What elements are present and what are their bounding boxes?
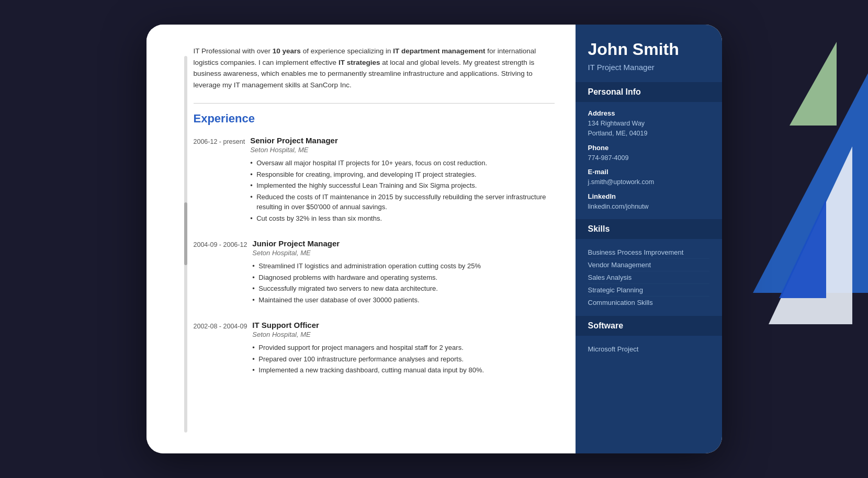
candidate-name: John Smith — [588, 40, 709, 59]
exp-title: Senior Project Manager — [250, 136, 554, 145]
summary-text: IT Professional with over 10 years of ex… — [194, 45, 555, 90]
email-label: E-mail — [588, 168, 709, 176]
skill-item: Business Process Improvement — [588, 246, 709, 259]
skills-header: Skills — [576, 219, 722, 239]
exp-company: Seton Hospital, ME — [252, 249, 554, 257]
bullet-item: Cut costs by 32% in less than six months… — [250, 213, 554, 224]
exp-dates: 2002-08 - 2004-09 — [194, 321, 247, 377]
exp-bullets: Oversaw all major hospital IT projects f… — [250, 158, 554, 223]
triangle-white — [769, 146, 852, 324]
experience-item: 2006-12 - presentSenior Project ManagerS… — [194, 136, 555, 224]
experience-list: 2006-12 - presentSenior Project ManagerS… — [194, 136, 555, 377]
exp-title: IT Support Officer — [252, 321, 554, 329]
personal-info-header: Personal Info — [576, 82, 722, 102]
bullet-item: Provided support for project managers an… — [252, 343, 554, 353]
bullet-item: Maintained the user database of over 300… — [252, 295, 554, 305]
bullet-item: Responsible for creating, improving, and… — [250, 169, 554, 180]
resume-device: IT Professional with over 10 years of ex… — [146, 25, 722, 453]
exp-dates: 2006-12 - present — [194, 136, 245, 224]
bullet-item: Oversaw all major hospital IT projects f… — [250, 158, 554, 168]
exp-content: Senior Project ManagerSeton Hospital, ME… — [245, 136, 554, 224]
phone-label: Phone — [588, 144, 709, 152]
skill-item: Communication Skills — [588, 297, 709, 309]
experience-item: 2004-09 - 2006-12Junior Project ManagerS… — [194, 239, 555, 306]
experience-item: 2002-08 - 2004-09IT Support OfficerSeton… — [194, 321, 555, 377]
scrollbar-thumb — [184, 202, 187, 265]
exp-content: IT Support OfficerSeton Hospital, MEProv… — [247, 321, 554, 377]
email-value: j.smith@uptowork.com — [588, 177, 709, 187]
resume-right-panel: John Smith IT Project Manager Personal I… — [576, 25, 722, 453]
bullet-item: Prepared over 100 infrastructure perform… — [252, 354, 554, 365]
exp-company: Seton Hospital, ME — [252, 331, 554, 338]
bullet-item: Successfully migrated two servers to new… — [252, 283, 554, 294]
address-line2: Portland, ME, 04019 — [588, 129, 709, 139]
software-header: Software — [576, 316, 722, 336]
address-line1: 134 Rightward Way — [588, 119, 709, 129]
triangle-blue-small — [779, 199, 826, 298]
skill-item: Vendor Management — [588, 259, 709, 271]
candidate-title: IT Project Manager — [588, 63, 709, 72]
triangle-blue-large — [753, 73, 868, 293]
linkedin-value: linkedin.com/johnutw — [588, 202, 709, 212]
exp-title: Junior Project Manager — [252, 239, 554, 248]
linkedin-label: LinkedIn — [588, 192, 709, 200]
skill-item: Sales Analysis — [588, 271, 709, 284]
software-list: Microsoft Project — [576, 336, 722, 362]
software-item: Microsoft Project — [588, 343, 709, 355]
scrollbar-track[interactable] — [184, 56, 187, 433]
skill-item: Strategic Planning — [588, 284, 709, 297]
resume-header: John Smith IT Project Manager — [576, 25, 722, 82]
bullet-item: Diagnosed problems with hardware and ope… — [252, 272, 554, 283]
personal-info-block: Address 134 Rightward Way Portland, ME, … — [576, 102, 722, 219]
exp-company: Seton Hospital, ME — [250, 146, 554, 154]
resume-left-panel: IT Professional with over 10 years of ex… — [146, 25, 576, 453]
address-label: Address — [588, 109, 709, 117]
section-divider — [194, 103, 555, 104]
exp-content: Junior Project ManagerSeton Hospital, ME… — [247, 239, 554, 306]
bullet-item: Implemented a new tracking dashboard, cu… — [252, 365, 554, 375]
skills-list: Business Process ImprovementVendor Manag… — [576, 239, 722, 316]
exp-dates: 2004-09 - 2006-12 — [194, 239, 247, 306]
bullet-item: Reduced the costs of IT maintenance in 2… — [250, 192, 554, 212]
exp-bullets: Streamlined IT logistics and administrat… — [252, 261, 554, 305]
experience-section-title: Experience — [194, 112, 555, 126]
exp-bullets: Provided support for project managers an… — [252, 343, 554, 375]
bullet-item: Streamlined IT logistics and administrat… — [252, 261, 554, 271]
bullet-item: Implemented the highly successful Lean T… — [250, 180, 554, 191]
triangle-green — [790, 42, 837, 126]
phone-value: 774-987-4009 — [588, 153, 709, 163]
